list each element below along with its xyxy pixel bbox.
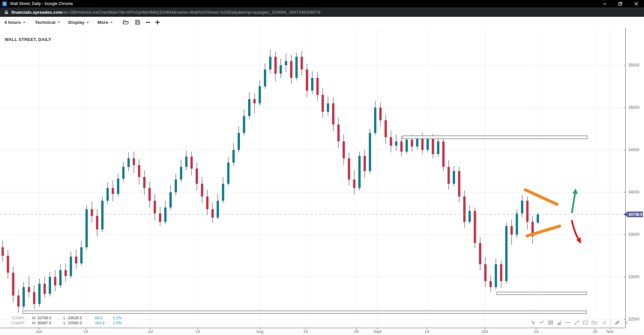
stats-change: 66.0 [95,316,113,321]
stats-change: 343.8 [95,321,113,326]
svg-text:33000: 33000 [628,275,640,279]
display-dropdown[interactable]: Display [68,20,89,25]
browser-window: 35500350003450034000335003300032500Jun14… [0,0,644,335]
stats-percent: 1.0% [113,321,128,326]
trend-line-tool-button[interactable] [573,319,580,326]
svg-text:34500: 34500 [628,148,640,152]
close-icon [634,2,638,6]
close-button[interactable] [628,0,644,7]
window-title: Wall Street, Daily - Google Chrome [10,1,73,6]
stats-row-today: TODAY: H: 33758.0 L: 33628.5 66.0 0.2% [11,316,128,321]
price-chart-canvas[interactable]: 35500350003450034000335003300032500Jun14… [0,0,644,335]
timeframe-label: 4 hours [4,20,21,25]
chart-toolbar: ⁝ 4 hours Technical Display More [0,17,644,28]
svg-text:Sept: Sept [373,329,382,334]
svg-text:14: 14 [195,329,200,334]
timeframe-dropdown[interactable]: 4 hours [4,20,25,25]
horizontal-line-tool-button[interactable] [565,319,571,326]
address-bar[interactable]: financials.spreadex.com/en-GB/Home/LiveC… [0,7,644,17]
horizontal-line-icon [565,320,571,326]
svg-text:Abc: Abc [591,320,598,324]
svg-text:35000: 35000 [628,105,640,110]
close-drawbar-button[interactable] [623,319,629,326]
svg-text:33500: 33500 [628,232,640,237]
svg-text:Aug: Aug [256,329,263,334]
url-text: financials.spreadex.com/en-GB/Home/LiveC… [11,10,320,15]
svg-text:Oct: Oct [482,329,488,334]
text-tool-icon: Abc [591,320,599,326]
restore-icon [618,2,622,6]
technical-label: Technical [35,20,55,25]
svg-text:Jul: Jul [148,329,153,334]
text-tool-button[interactable]: Abc [591,319,599,326]
save-chart-button[interactable] [135,19,140,25]
open-chart-button[interactable] [123,19,129,25]
stats-percent: 0.2% [113,316,128,321]
curve-tool-button[interactable] [538,319,545,326]
plus-icon [155,19,160,25]
table-grid-icon [548,320,554,326]
url-path: /en-GB/Home/LiveChartMain?id=XFinSprMchM… [62,10,320,15]
svg-text:28: 28 [354,329,359,334]
chevron-down-icon [58,22,60,23]
technical-dropdown[interactable]: Technical [35,20,60,25]
drawing-toolbar: Abc [530,319,629,326]
zoom-in-button[interactable] [155,19,160,25]
url-domain: financials.spreadex.com [11,10,62,15]
arrow-icon [530,320,536,326]
svg-text:14: 14 [303,329,308,334]
minus-icon [146,19,151,25]
svg-text:14: 14 [83,329,88,334]
spreadex-favicon: S [2,1,7,6]
stats-low: L: 32580.0 [64,321,95,326]
svg-text:33738.5: 33738.5 [629,212,643,216]
svg-text:Nov: Nov [606,329,613,334]
stats-row-chart: CHART: H: 35687.5 L: 32580.0 343.8 1.0% [11,321,128,326]
ruler-icon [614,320,620,326]
trend-line-icon [574,320,580,326]
fan-lines-icon [556,320,562,326]
rectangle-icon [582,320,589,326]
chevron-down-icon [87,22,89,23]
svg-text:Jun: Jun [36,329,42,334]
svg-text:34000: 34000 [628,190,640,195]
window-controls [597,0,644,7]
minimize-icon [603,2,607,6]
chart-symbol-title: WALL STREET, DAILY [5,37,51,42]
more-dropdown[interactable]: More [97,20,113,25]
stats-label: CHART: [11,321,32,326]
svg-text:35500: 35500 [628,63,640,68]
ruler-tool-button[interactable] [614,319,620,326]
chevron-down-icon [23,22,25,23]
line-tool-button[interactable] [601,319,608,326]
window-titlebar: S Wall Street, Daily - Google Chrome [0,0,644,7]
chevron-down-icon [111,22,113,23]
stats-high: H: 33758.0 [32,316,64,321]
toolbar-divider [611,320,611,325]
gripper-icon: ⁝ [0,22,2,23]
stats-label: TODAY: [11,316,32,321]
chart-stats: TODAY: H: 33758.0 L: 33628.5 66.0 0.2% C… [11,316,128,326]
svg-text:32500: 32500 [628,317,640,322]
arrow-tool-button[interactable] [530,319,536,326]
open-folder-icon [123,19,129,25]
fan-lines-tool-button[interactable] [556,319,562,326]
lock-icon [4,10,8,14]
close-x-icon [624,320,629,325]
more-label: More [97,20,108,25]
stats-low: L: 33628.5 [64,316,95,321]
svg-text:14: 14 [534,329,538,334]
zoom-out-button[interactable] [146,19,151,25]
display-label: Display [68,20,84,25]
curve-icon [539,320,545,326]
svg-text:14: 14 [425,329,429,334]
stats-high: H: 35687.5 [32,321,64,326]
svg-text:28: 28 [593,329,597,334]
minimize-button[interactable] [597,0,612,7]
restore-button[interactable] [612,0,628,7]
line-icon [602,320,608,326]
table-tool-button[interactable] [547,319,554,326]
save-icon [135,19,140,25]
rectangle-tool-button[interactable] [582,319,589,326]
